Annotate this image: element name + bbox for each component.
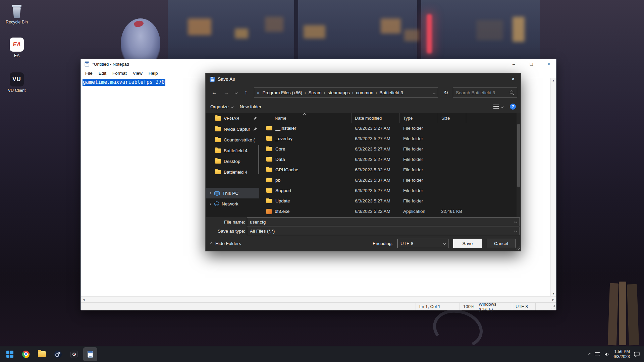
scroll-up-arrow-icon[interactable]: ▲ [552, 79, 555, 82]
menu-format[interactable]: Format [109, 69, 130, 78]
help-icon[interactable]: ? [510, 104, 516, 110]
volume-icon[interactable] [604, 352, 609, 357]
column-header-date-modified[interactable]: Date modified [352, 113, 400, 123]
menu-view[interactable]: View [130, 69, 146, 78]
file-row[interactable]: bf3.exe 6/3/2023 5:22 AM Application 32,… [259, 206, 521, 217]
file-name: bf3.exe [275, 209, 289, 214]
back-icon[interactable]: ← [209, 87, 220, 98]
vu-client-icon: VU [10, 72, 24, 86]
organize-button[interactable]: Organize [210, 104, 233, 109]
hide-folders-label: Hide Folders [215, 241, 241, 246]
encoding-label: Encoding: [373, 241, 393, 246]
dialog-body: VEGAS Nvida Captur Counter-strike ( Batt… [206, 113, 521, 217]
file-row[interactable]: Core 6/3/2023 5:27 AM File folder [259, 144, 521, 154]
breadcrumb-item[interactable]: Battlefield 3 [378, 90, 405, 95]
sidebar-item-this-pc[interactable]: This PC [206, 188, 259, 198]
desktop-icon-vu-client[interactable]: VU VU Client [3, 72, 31, 93]
chevron-down-icon[interactable] [443, 242, 446, 245]
file-row[interactable]: pb 6/3/2023 5:37 AM File folder [259, 175, 521, 185]
maximize-button[interactable]: □ [524, 59, 539, 69]
chevron-down-icon[interactable] [514, 221, 517, 223]
close-button[interactable]: × [541, 59, 556, 69]
desktop-icon-ea[interactable]: EA EA [3, 38, 31, 58]
sidebar-item-battlefield-4-2[interactable]: Battlefield 4 [206, 167, 259, 177]
folder-icon [266, 136, 272, 141]
file-explorer-icon [38, 351, 46, 357]
search-input[interactable] [456, 90, 508, 95]
file-list-header: Name Date modified Type Size [259, 113, 521, 123]
tray-display-icon[interactable] [595, 352, 600, 356]
up-icon[interactable]: ↑ [240, 87, 251, 98]
hidden-icons-chevron-icon[interactable] [588, 353, 591, 355]
new-folder-button[interactable]: New folder [240, 104, 262, 109]
notepad-titlebar[interactable]: *Untitled - Notepad – □ × [81, 59, 556, 69]
sidebar-item-counter-strike[interactable]: Counter-strike ( [206, 134, 259, 145]
column-header-name[interactable]: Name [259, 113, 352, 123]
save-button[interactable]: Save [453, 239, 482, 248]
file-name-label: File name: [206, 220, 245, 225]
notification-icon[interactable] [634, 352, 640, 357]
sidebar-item-desktop[interactable]: Desktop [206, 156, 259, 167]
notepad-taskbar-button[interactable] [83, 347, 97, 361]
breadcrumb-item[interactable]: Program Files (x86) [261, 90, 304, 95]
minimize-button[interactable]: – [506, 59, 521, 69]
forward-icon[interactable]: → [221, 87, 232, 98]
file-row[interactable]: Data 6/3/2023 5:27 AM File folder [259, 154, 521, 165]
search-icon[interactable] [510, 90, 514, 95]
steam-taskbar-button[interactable] [51, 347, 65, 361]
file-row[interactable]: GPUCache 6/3/2023 5:32 AM File folder [259, 165, 521, 175]
chevron-right-icon[interactable] [209, 202, 211, 205]
dialog-titlebar[interactable]: Save As × [206, 73, 521, 85]
breadcrumb-item[interactable]: Steam [307, 90, 323, 95]
breadcrumb-overflow[interactable]: « [257, 90, 260, 95]
encoding-select[interactable]: UTF-8 [397, 239, 448, 248]
file-row[interactable]: Support 6/3/2023 5:27 AM File folder [259, 185, 521, 196]
hide-folders-button[interactable]: Hide Folders [211, 241, 241, 246]
sidebar-item-vegas[interactable]: VEGAS [206, 113, 259, 124]
menu-help[interactable]: Help [146, 69, 161, 78]
desktop-icon-recycle-bin[interactable]: Recycle Bin [3, 4, 31, 24]
start-button[interactable] [3, 347, 17, 361]
sidebar-item-network[interactable]: Network [206, 198, 259, 209]
menu-file[interactable]: File [82, 69, 96, 78]
breadcrumb-item[interactable]: common [354, 90, 375, 95]
scroll-down-arrow-icon[interactable]: ▼ [552, 292, 555, 295]
file-row[interactable]: __Installer 6/3/2023 5:27 AM File folder [259, 123, 521, 133]
breadcrumb-item[interactable]: steamapps [326, 90, 352, 95]
file-name-combobox[interactable] [247, 218, 520, 226]
column-header-type[interactable]: Type [400, 113, 438, 123]
file-name-input[interactable] [250, 220, 511, 225]
file-row[interactable]: _overlay 6/3/2023 5:27 AM File folder [259, 133, 521, 144]
folder-icon [215, 159, 221, 164]
recycle-bin-icon [11, 4, 23, 18]
wallpaper-character-bow [133, 20, 144, 28]
resize-grip[interactable] [551, 305, 555, 309]
column-header-size[interactable]: Size [438, 113, 466, 123]
chevron-right-icon[interactable] [209, 192, 211, 194]
file-explorer-taskbar-button[interactable] [35, 347, 49, 361]
search-box[interactable] [453, 87, 517, 98]
view-mode-button[interactable] [493, 105, 503, 109]
scroll-right-arrow-icon[interactable]: ► [552, 298, 555, 301]
bf3-exe-icon [266, 209, 272, 214]
refresh-icon[interactable]: ↻ [441, 87, 451, 98]
sidebar-item-battlefield-4[interactable]: Battlefield 4 [206, 145, 259, 156]
scroll-left-arrow-icon[interactable]: ◄ [82, 298, 85, 301]
sidebar-item-nvidia-captures[interactable]: Nvida Captur [206, 124, 259, 134]
breadcrumb-dropdown-icon[interactable] [433, 90, 435, 95]
close-icon[interactable]: × [506, 73, 521, 85]
recent-locations-icon[interactable] [233, 87, 239, 98]
taskbar-clock[interactable]: 1:56 PM 6/3/2023 [613, 349, 630, 359]
chevron-down-icon[interactable] [514, 230, 517, 232]
cancel-button[interactable]: Cancel [487, 239, 516, 248]
status-cursor-position: Ln 1, Col 1 [416, 303, 460, 310]
file-row[interactable]: Update 6/3/2023 5:27 AM File folder [259, 196, 521, 206]
chrome-taskbar-button[interactable] [19, 347, 33, 361]
menu-edit[interactable]: Edit [96, 69, 109, 78]
file-list-scrollbar[interactable] [517, 113, 521, 217]
file-name: Data [275, 157, 285, 162]
vertical-scrollbar[interactable]: ▲ ▼ [550, 78, 556, 296]
breadcrumb[interactable]: « Program Files (x86) › Steam › steamapp… [254, 87, 438, 98]
capture-app-taskbar-button[interactable] [67, 347, 81, 361]
save-as-type-select[interactable]: All Files (*.*) [247, 227, 520, 235]
